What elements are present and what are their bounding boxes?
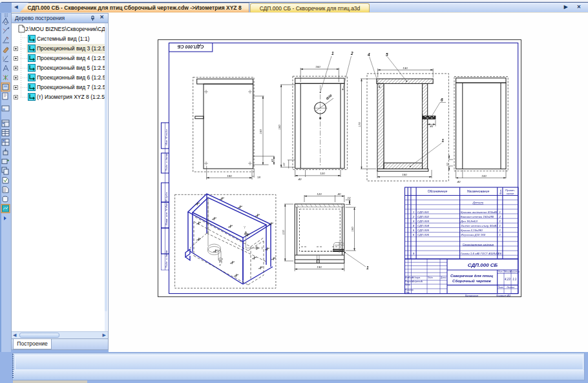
svg-text:10: 10 (446, 163, 449, 166)
svg-text:А3: А3 (507, 294, 511, 297)
svg-text:100: 100 (481, 174, 487, 178)
svg-text:Лист: Лист (498, 286, 504, 289)
svg-text:180: 180 (227, 174, 232, 178)
svg-text:Крышка выдвижная 310х40: Крышка выдвижная 310х40 (461, 211, 498, 214)
svg-text:Подп. и дата: Подп. и дата (165, 153, 168, 171)
svg-text:150: 150 (351, 227, 354, 232)
svg-text:Наименование: Наименование (467, 189, 490, 193)
svg-text:СДП.000 СБ: СДП.000 СБ (468, 262, 498, 268)
svg-text:120: 120 (317, 192, 322, 196)
svg-text:180: 180 (402, 173, 407, 176)
svg-text:Жердочка Д10 160: Жердочка Д10 160 (460, 233, 486, 236)
svg-text:Сборочный чертеж: Сборочный чертеж (452, 279, 491, 283)
svg-text:160: 160 (315, 65, 320, 68)
svg-text:Копировал: Копировал (465, 294, 479, 297)
svg-text:1:1: 1:1 (512, 278, 517, 281)
svg-text:СДП.001: СДП.001 (417, 211, 429, 214)
svg-text:40: 40 (299, 178, 302, 181)
svg-text:40: 40 (271, 159, 274, 162)
svg-text:Дата: Дата (440, 276, 446, 279)
svg-text:Лит.: Лит. (498, 271, 503, 273)
svg-text:1: 1 (331, 51, 334, 56)
svg-text:Инв. N подл.: Инв. N подл. (165, 129, 168, 145)
svg-text:150: 150 (278, 125, 281, 130)
svg-text:130: 130 (403, 67, 408, 70)
svg-text:2: 2 (412, 215, 415, 218)
svg-text:Боковая стенка 150х280: Боковая стенка 150х280 (461, 215, 494, 218)
svg-text:Обозначение: Обозначение (428, 189, 448, 193)
svg-text:6: 6 (441, 98, 443, 102)
svg-text:Формат: Формат (496, 294, 507, 297)
svg-text:СДП.002: СДП.002 (417, 215, 429, 218)
svg-text:40: 40 (430, 125, 433, 128)
svg-text:Детали: Детали (472, 201, 484, 204)
svg-text:СДП.005: СДП.005 (417, 229, 429, 232)
svg-text:СДП.004: СДП.004 (417, 224, 429, 227)
svg-text:Кол.: Кол. (499, 189, 502, 195)
svg-text:Крыша 2,10х280: Крыша 2,10х280 (461, 229, 483, 232)
svg-text:чание: чание (506, 192, 514, 195)
svg-text:Подп. и дата: Подп. и дата (165, 250, 168, 268)
svg-text:Скворечник для птиц: Скворечник для птиц (450, 274, 493, 278)
svg-text:4,23: 4,23 (505, 278, 510, 281)
svg-text:1: 1 (442, 138, 445, 143)
svg-text:4: 4 (367, 52, 370, 57)
svg-text:Масштаб: Масштаб (510, 271, 520, 273)
svg-text:40: 40 (457, 180, 461, 183)
svg-text:2: 2 (350, 51, 353, 56)
svg-text:120: 120 (320, 172, 325, 175)
svg-text:190: 190 (317, 265, 322, 269)
svg-text:2: 2 (499, 215, 501, 218)
svg-text:10: 10 (282, 163, 286, 166)
svg-text:5: 5 (386, 52, 388, 57)
svg-text:Задняя стенка снизу 30х40: Задняя стенка снизу 30х40 (461, 224, 498, 227)
svg-text:N докум.: N докум. (412, 276, 421, 279)
svg-text:СДП.003: СДП.003 (417, 220, 429, 223)
svg-text:40: 40 (338, 192, 341, 196)
svg-text:110: 110 (282, 230, 285, 235)
svg-text:170: 170 (358, 122, 361, 127)
svg-text:Пров.: Пров. (405, 284, 411, 286)
svg-text:СДП.000 СБ: СДП.000 СБ (178, 44, 204, 49)
svg-text:1: 1 (366, 265, 369, 270)
svg-text:16: 16 (498, 252, 501, 255)
svg-text:Листов: Листов (506, 286, 514, 289)
svg-text:Стандартные изделия: Стандартные изделия (463, 243, 494, 246)
svg-text:Разраб.: Разраб. (405, 280, 413, 283)
svg-text:18: 18 (257, 176, 260, 179)
svg-text:СДП.006: СДП.006 (417, 233, 429, 236)
svg-text:Взам. инв. N Инв. N дубл.: Взам. инв. N Инв. N дубл. (165, 192, 168, 225)
svg-text:Гвозди 1,6 х40 ГОСТ 4028-63: Гвозди 1,6 х40 ГОСТ 4028-63 (461, 252, 499, 255)
svg-text:Подп.: Подп. (428, 276, 434, 279)
svg-text:Дно 16,8х8,0: Дно 16,8х8,0 (460, 220, 478, 223)
svg-text:Утв.: Утв. (405, 291, 410, 294)
svg-text:150: 150 (259, 129, 262, 134)
svg-text:Андреев А.: Андреев А. (412, 280, 423, 283)
svg-text:10: 10 (348, 196, 351, 200)
